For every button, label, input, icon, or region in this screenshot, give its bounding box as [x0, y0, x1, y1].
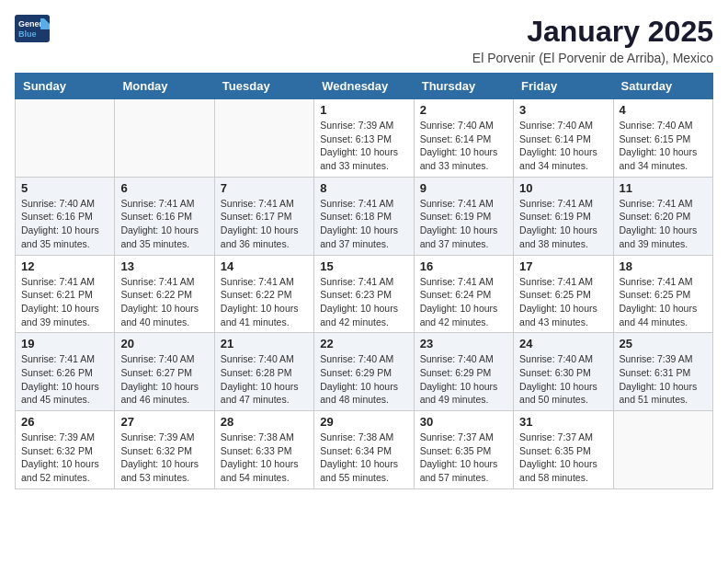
day-info: Sunrise: 7:38 AM Sunset: 6:34 PM Dayligh…: [320, 431, 407, 485]
svg-text:Blue: Blue: [18, 29, 37, 39]
calendar-cell: 15Sunrise: 7:41 AM Sunset: 6:23 PM Dayli…: [314, 255, 414, 333]
day-number: 25: [620, 337, 707, 350]
day-info: Sunrise: 7:41 AM Sunset: 6:21 PM Dayligh…: [21, 275, 108, 329]
day-number: 28: [221, 415, 308, 429]
calendar-cell: 4Sunrise: 7:40 AM Sunset: 6:15 PM Daylig…: [613, 99, 712, 178]
weekday-header-row: SundayMondayTuesdayWednesdayThursdayFrid…: [16, 74, 713, 99]
day-number: 13: [120, 259, 208, 273]
day-info: Sunrise: 7:40 AM Sunset: 6:30 PM Dayligh…: [519, 352, 607, 407]
month-title: January 2025: [472, 15, 713, 49]
calendar-cell: 8Sunrise: 7:41 AM Sunset: 6:18 PM Daylig…: [314, 177, 414, 255]
logo: General Blue: [15, 15, 50, 42]
day-info: Sunrise: 7:40 AM Sunset: 6:15 PM Dayligh…: [620, 119, 707, 173]
day-number: 12: [21, 259, 108, 273]
day-number: 7: [221, 181, 308, 195]
day-number: 29: [320, 415, 407, 429]
day-info: Sunrise: 7:37 AM Sunset: 6:35 PM Dayligh…: [420, 431, 507, 485]
calendar-cell: 5Sunrise: 7:40 AM Sunset: 6:16 PM Daylig…: [16, 177, 115, 255]
calendar-cell: [16, 99, 115, 178]
calendar-cell: 23Sunrise: 7:40 AM Sunset: 6:29 PM Dayli…: [414, 333, 513, 411]
day-info: Sunrise: 7:41 AM Sunset: 6:26 PM Dayligh…: [21, 352, 108, 407]
day-number: 10: [519, 181, 607, 195]
calendar-cell: 18Sunrise: 7:41 AM Sunset: 6:25 PM Dayli…: [613, 255, 712, 333]
title-section: January 2025 El Porvenir (El Porvenir de…: [472, 15, 713, 65]
calendar-cell: 14Sunrise: 7:41 AM Sunset: 6:22 PM Dayli…: [214, 255, 313, 333]
day-number: 9: [420, 181, 507, 195]
day-number: 23: [420, 337, 507, 350]
calendar-cell: 21Sunrise: 7:40 AM Sunset: 6:28 PM Dayli…: [214, 333, 313, 411]
page-header: General Blue January 2025 El Porvenir (E…: [15, 15, 713, 65]
location-subtitle: El Porvenir (El Porvenir de Arriba), Mex…: [472, 51, 713, 65]
calendar-week-row: 26Sunrise: 7:39 AM Sunset: 6:32 PM Dayli…: [16, 411, 713, 489]
calendar-cell: 9Sunrise: 7:41 AM Sunset: 6:19 PM Daylig…: [414, 177, 513, 255]
day-number: 4: [620, 103, 707, 117]
calendar-cell: 29Sunrise: 7:38 AM Sunset: 6:34 PM Dayli…: [314, 411, 414, 489]
day-info: Sunrise: 7:40 AM Sunset: 6:28 PM Dayligh…: [221, 352, 308, 407]
calendar-week-row: 5Sunrise: 7:40 AM Sunset: 6:16 PM Daylig…: [16, 177, 713, 255]
calendar-cell: 6Sunrise: 7:41 AM Sunset: 6:16 PM Daylig…: [115, 177, 214, 255]
day-info: Sunrise: 7:39 AM Sunset: 6:13 PM Dayligh…: [320, 119, 407, 173]
calendar-cell: 17Sunrise: 7:41 AM Sunset: 6:25 PM Dayli…: [514, 255, 613, 333]
day-number: 5: [21, 181, 108, 195]
day-info: Sunrise: 7:41 AM Sunset: 6:22 PM Dayligh…: [221, 275, 308, 329]
day-info: Sunrise: 7:41 AM Sunset: 6:25 PM Dayligh…: [519, 275, 607, 329]
day-number: 17: [519, 259, 607, 273]
calendar-cell: 20Sunrise: 7:40 AM Sunset: 6:27 PM Dayli…: [115, 333, 214, 411]
calendar-cell: 30Sunrise: 7:37 AM Sunset: 6:35 PM Dayli…: [414, 411, 513, 489]
calendar-cell: [214, 99, 313, 178]
calendar-cell: 12Sunrise: 7:41 AM Sunset: 6:21 PM Dayli…: [16, 255, 115, 333]
day-number: 27: [120, 415, 208, 429]
day-number: 24: [519, 337, 607, 350]
day-info: Sunrise: 7:40 AM Sunset: 6:29 PM Dayligh…: [420, 352, 507, 407]
calendar-table: SundayMondayTuesdayWednesdayThursdayFrid…: [15, 73, 713, 489]
weekday-header-wednesday: Wednesday: [314, 74, 414, 99]
day-info: Sunrise: 7:41 AM Sunset: 6:19 PM Dayligh…: [519, 197, 607, 251]
calendar-cell: 16Sunrise: 7:41 AM Sunset: 6:24 PM Dayli…: [414, 255, 513, 333]
day-number: 3: [519, 103, 607, 117]
day-number: 20: [120, 337, 208, 350]
day-number: 6: [120, 181, 208, 195]
day-number: 21: [221, 337, 308, 350]
day-info: Sunrise: 7:40 AM Sunset: 6:29 PM Dayligh…: [320, 352, 407, 407]
calendar-week-row: 12Sunrise: 7:41 AM Sunset: 6:21 PM Dayli…: [16, 255, 713, 333]
calendar-cell: 13Sunrise: 7:41 AM Sunset: 6:22 PM Dayli…: [115, 255, 214, 333]
day-info: Sunrise: 7:39 AM Sunset: 6:32 PM Dayligh…: [21, 431, 108, 485]
day-number: 2: [420, 103, 507, 117]
calendar-cell: 7Sunrise: 7:41 AM Sunset: 6:17 PM Daylig…: [214, 177, 313, 255]
calendar-week-row: 19Sunrise: 7:41 AM Sunset: 6:26 PM Dayli…: [16, 333, 713, 411]
logo-icon: General Blue: [15, 15, 50, 42]
day-info: Sunrise: 7:40 AM Sunset: 6:14 PM Dayligh…: [420, 119, 507, 173]
day-info: Sunrise: 7:41 AM Sunset: 6:19 PM Dayligh…: [420, 197, 507, 251]
day-info: Sunrise: 7:41 AM Sunset: 6:23 PM Dayligh…: [320, 275, 407, 329]
calendar-body: 1Sunrise: 7:39 AM Sunset: 6:13 PM Daylig…: [16, 99, 713, 489]
day-number: 31: [519, 415, 607, 429]
calendar-cell: [115, 99, 214, 178]
calendar-cell: 27Sunrise: 7:39 AM Sunset: 6:32 PM Dayli…: [115, 411, 214, 489]
calendar-cell: 19Sunrise: 7:41 AM Sunset: 6:26 PM Dayli…: [16, 333, 115, 411]
day-info: Sunrise: 7:40 AM Sunset: 6:16 PM Dayligh…: [21, 197, 108, 251]
weekday-header-monday: Monday: [115, 74, 214, 99]
day-info: Sunrise: 7:41 AM Sunset: 6:22 PM Dayligh…: [120, 275, 208, 329]
day-info: Sunrise: 7:41 AM Sunset: 6:20 PM Dayligh…: [620, 197, 707, 251]
day-info: Sunrise: 7:41 AM Sunset: 6:24 PM Dayligh…: [420, 275, 507, 329]
day-number: 15: [320, 259, 407, 273]
day-info: Sunrise: 7:41 AM Sunset: 6:18 PM Dayligh…: [320, 197, 407, 251]
calendar-cell: 10Sunrise: 7:41 AM Sunset: 6:19 PM Dayli…: [514, 177, 613, 255]
day-info: Sunrise: 7:40 AM Sunset: 6:27 PM Dayligh…: [120, 352, 208, 407]
day-number: 19: [21, 337, 108, 350]
day-info: Sunrise: 7:39 AM Sunset: 6:31 PM Dayligh…: [620, 352, 707, 407]
weekday-header-tuesday: Tuesday: [214, 74, 313, 99]
calendar-week-row: 1Sunrise: 7:39 AM Sunset: 6:13 PM Daylig…: [16, 99, 713, 178]
day-info: Sunrise: 7:41 AM Sunset: 6:16 PM Dayligh…: [120, 197, 208, 251]
day-number: 26: [21, 415, 108, 429]
day-info: Sunrise: 7:38 AM Sunset: 6:33 PM Dayligh…: [221, 431, 308, 485]
weekday-header-sunday: Sunday: [16, 74, 115, 99]
calendar-cell: 24Sunrise: 7:40 AM Sunset: 6:30 PM Dayli…: [514, 333, 613, 411]
calendar-cell: 1Sunrise: 7:39 AM Sunset: 6:13 PM Daylig…: [314, 99, 414, 178]
day-info: Sunrise: 7:41 AM Sunset: 6:17 PM Dayligh…: [221, 197, 308, 251]
calendar-cell: 11Sunrise: 7:41 AM Sunset: 6:20 PM Dayli…: [613, 177, 712, 255]
calendar-cell: 26Sunrise: 7:39 AM Sunset: 6:32 PM Dayli…: [16, 411, 115, 489]
day-info: Sunrise: 7:39 AM Sunset: 6:32 PM Dayligh…: [120, 431, 208, 485]
calendar-cell: 22Sunrise: 7:40 AM Sunset: 6:29 PM Dayli…: [314, 333, 414, 411]
day-info: Sunrise: 7:40 AM Sunset: 6:14 PM Dayligh…: [519, 119, 607, 173]
